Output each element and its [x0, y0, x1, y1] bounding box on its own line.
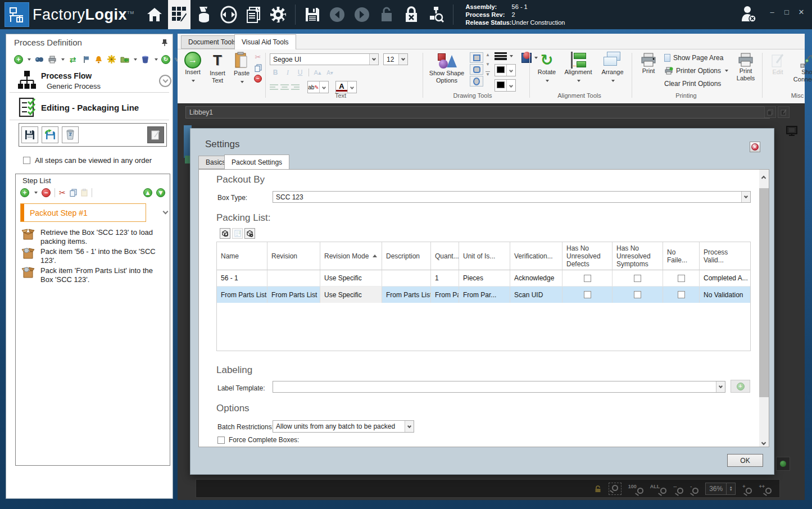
grow-font-button[interactable]: A▴ [312, 67, 323, 78]
fill-color-picker[interactable] [495, 79, 516, 92]
expand-down-icon[interactable] [159, 75, 171, 87]
shape-scroll-up-icon[interactable]: ▲ [486, 52, 490, 57]
save-step-button[interactable] [21, 126, 38, 143]
show-page-area-button[interactable]: Show Page Area [664, 54, 723, 62]
rotate-button[interactable]: ↻ Rotate [534, 52, 560, 84]
col-header[interactable]: Has No Unresolved Symptoms [613, 242, 663, 270]
lock-close-button[interactable] [400, 2, 423, 28]
import-dropdown-icon[interactable] [134, 58, 137, 61]
canvas-refresh-button[interactable] [776, 457, 790, 471]
delete-step-button[interactable] [62, 126, 79, 143]
sync-button[interactable] [217, 2, 240, 28]
tab-packout-settings[interactable]: Packout Settings [224, 154, 289, 169]
any-order-checkbox[interactable] [23, 157, 30, 164]
show-connectors-button[interactable]: Show Connectors [791, 53, 812, 83]
home-button[interactable] [143, 2, 166, 28]
refresh-icon[interactable]: ↻ [161, 55, 170, 64]
add-icon[interactable]: + [14, 55, 23, 64]
printer-options-button[interactable]: Printer Options [664, 67, 728, 75]
shape-rounded-button[interactable] [470, 64, 483, 75]
scrollbar-thumb[interactable] [759, 188, 769, 397]
add-dropdown-icon[interactable] [28, 58, 31, 61]
box-type-select[interactable]: SCC 123 [273, 191, 751, 203]
no-failed-checkbox[interactable] [678, 275, 685, 282]
shape-ellipse-button[interactable] [470, 76, 483, 87]
process-search-button[interactable] [425, 2, 447, 28]
step-item[interactable]: Retrieve the Box 'SCC 123' to load packi… [21, 228, 166, 246]
materials-button[interactable] [193, 2, 215, 28]
col-header[interactable]: Description [382, 242, 431, 270]
pan-lock-icon[interactable] [594, 485, 602, 493]
bell-icon[interactable] [94, 54, 103, 64]
stroke-color-picker[interactable] [495, 64, 516, 76]
edit-mode-button[interactable] [147, 126, 164, 143]
user-logout-icon[interactable] [740, 4, 757, 24]
flag-icon[interactable] [81, 54, 90, 64]
step-item[interactable]: Pack item '56 - 1' into the Box 'SCC 123… [21, 247, 166, 265]
add-label-template-button[interactable]: + [731, 380, 750, 393]
zoom-out-more-button[interactable]: -- [673, 484, 683, 494]
show-shape-options-button[interactable]: Show Shape Options [427, 53, 466, 84]
clear-print-options-button[interactable]: Clear Print Options [664, 80, 721, 88]
gear-icon[interactable] [107, 54, 116, 64]
has-no-defects-checkbox[interactable] [584, 275, 591, 282]
highlight-color-picker[interactable]: ab✎ [307, 81, 329, 93]
edit-list-icon[interactable] [232, 228, 243, 239]
remove-step-icon[interactable]: − [42, 188, 51, 197]
dialog-scrollbar[interactable] [759, 170, 769, 447]
paste-icon[interactable] [81, 189, 88, 197]
insert-button[interactable]: → Insert [183, 52, 202, 84]
font-family-select[interactable]: Segoe UI [270, 53, 379, 65]
save-button[interactable] [301, 2, 324, 28]
align-center-icon[interactable] [280, 84, 289, 91]
zoom-fit-all-button[interactable]: ALL [650, 484, 667, 494]
table-row[interactable]: 56 - 1 Use Specific 1 Pieces Acknowledge… [217, 270, 750, 287]
ok-button[interactable]: OK [727, 454, 763, 467]
table-row-selected[interactable]: From Parts List From Parts List Use Spec… [217, 287, 750, 303]
move-down-icon[interactable]: ▼ [156, 188, 165, 197]
bucket-icon[interactable] [140, 54, 150, 64]
remove-part-icon[interactable] [244, 228, 255, 239]
view-part-icon[interactable] [220, 228, 230, 239]
edit-button[interactable]: Edit [766, 53, 789, 76]
canvas-copy-icon[interactable] [764, 106, 776, 118]
align-right-icon[interactable] [291, 84, 300, 91]
italic-button[interactable]: I [282, 67, 293, 78]
col-header-sorted[interactable]: Revision Mode [320, 242, 382, 270]
col-header[interactable]: Name [217, 242, 267, 270]
copy-icon[interactable] [255, 64, 262, 72]
maximize-button[interactable]: □ [783, 8, 791, 16]
process-editor-button[interactable] [168, 0, 190, 29]
selected-step[interactable]: Packout Step #1 [20, 203, 146, 222]
add-step-dropdown-icon[interactable] [34, 192, 38, 194]
settings-gear-button[interactable] [267, 2, 289, 28]
save-as-button[interactable] [42, 126, 58, 143]
underline-button[interactable]: U [294, 67, 306, 78]
tab-visual-aid-tools[interactable]: Visual Aid Tools [234, 34, 296, 49]
cut-icon[interactable]: ✂ [255, 53, 261, 61]
process-flow-title[interactable]: Process Flow [41, 71, 92, 80]
delete-icon[interactable]: − [254, 75, 262, 83]
print-button[interactable]: Print [636, 53, 661, 75]
redo-button[interactable] [351, 2, 373, 28]
has-no-symptoms-checkbox[interactable] [634, 275, 641, 282]
dialog-close-button[interactable]: ✕ [750, 142, 760, 152]
col-header[interactable]: Quant... [431, 242, 459, 270]
col-header[interactable]: Has No Unresolved Defects [562, 242, 613, 270]
shrink-font-button[interactable]: A▾ [324, 67, 335, 78]
swap-icon[interactable]: ⇄ [68, 54, 78, 64]
bucket-dropdown-icon[interactable] [155, 58, 158, 61]
col-header[interactable]: Process Valid... [700, 242, 750, 270]
undo-button[interactable] [326, 2, 348, 28]
import-folder-icon[interactable] [120, 54, 129, 64]
zoom-out-button[interactable]: - [690, 484, 698, 494]
shape-more-icon[interactable]: ▼ [486, 71, 490, 77]
align-left-icon[interactable] [270, 84, 278, 91]
zoom-level-spinner[interactable]: 36%▲▼ [705, 483, 736, 495]
unlock-icon[interactable] [375, 2, 398, 28]
shape-scroll-down-icon[interactable]: ▼ [486, 62, 490, 67]
add-step-icon[interactable]: + [20, 188, 29, 197]
copy-icon[interactable] [70, 189, 77, 197]
zoom-100-button[interactable]: 100 [628, 484, 643, 494]
has-no-symptoms-checkbox[interactable] [634, 291, 641, 298]
